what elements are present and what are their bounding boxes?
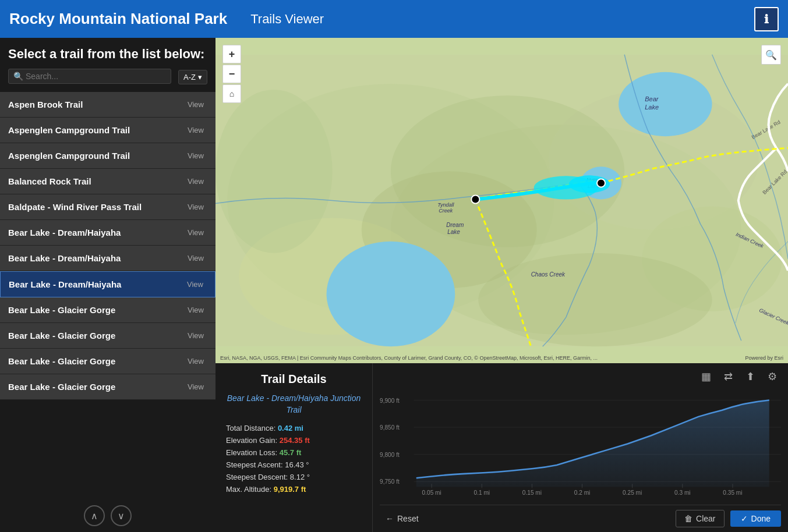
trail-item-name: Aspen Brook Trail: [8, 100, 83, 109]
map-container[interactable]: Bear Lake Nymph Lake Dream Lake Chaos Cr…: [215, 38, 788, 363]
bar-chart-button[interactable]: ▦: [697, 368, 715, 385]
svg-point-28: [471, 195, 479, 203]
steepest-descent-value: 8.12 °: [290, 473, 310, 481]
settings-button[interactable]: ⚙: [764, 368, 781, 385]
nav-down-button[interactable]: ∨: [111, 505, 132, 526]
trail-list-item[interactable]: Bear Lake - Glacier GorgeView: [0, 297, 215, 323]
svg-point-16: [327, 242, 455, 347]
trail-list-item[interactable]: Bear Lake - Glacier GorgeView: [0, 323, 215, 349]
sort-button[interactable]: A-Z ▾: [178, 70, 207, 84]
trail-details-title: Trail Details: [226, 373, 362, 386]
trail-view-button[interactable]: View: [184, 227, 207, 238]
elevation-gain-value: 254.35 ft: [280, 436, 310, 445]
trash-icon: 🗑: [684, 514, 692, 523]
svg-point-29: [597, 179, 605, 187]
app-subtitle: Trails Viewer: [250, 12, 324, 27]
trail-list-item[interactable]: Baldpate - Wind River Pass TrailView: [0, 194, 215, 220]
trail-item-name: Bear Lake - Glacier Gorge: [8, 331, 115, 341]
steepest-ascent-label: Steepest Ascent:: [226, 460, 283, 469]
done-button[interactable]: ✓ Done: [730, 510, 781, 527]
trail-view-button[interactable]: View: [184, 253, 207, 264]
elevation-chart: ▦ ⇄ ⬆ ⚙ 9,900 ft: [373, 363, 788, 532]
trail-view-button[interactable]: View: [184, 304, 207, 315]
clear-label: Clear: [696, 514, 715, 523]
map-svg: Bear Lake Nymph Lake Dream Lake Chaos Cr…: [215, 38, 788, 363]
svg-text:0.35 mi: 0.35 mi: [723, 490, 742, 496]
svg-text:9,850 ft: 9,850 ft: [380, 424, 400, 431]
trail-view-button[interactable]: View: [183, 279, 207, 290]
search-row: 🔍: [8, 69, 171, 84]
map-background: Bear Lake Nymph Lake Dream Lake Chaos Cr…: [215, 38, 788, 363]
app-title: Rocky Mountain National Park: [9, 10, 227, 28]
swap-button[interactable]: ⇄: [719, 368, 737, 385]
trail-view-button[interactable]: View: [184, 99, 207, 110]
share-button[interactable]: ⬆: [741, 368, 759, 385]
svg-text:Dream: Dream: [446, 222, 464, 228]
trail-view-button[interactable]: View: [184, 176, 207, 187]
trail-view-button[interactable]: View: [184, 356, 207, 367]
reset-arrow-icon: ←: [386, 514, 394, 523]
trail-item-name: Balanced Rock Trail: [8, 176, 91, 186]
nav-up-button[interactable]: ∧: [84, 505, 105, 526]
trail-list-item[interactable]: Bear Lake - Glacier GorgeView: [0, 374, 215, 400]
svg-text:0.2 mi: 0.2 mi: [574, 490, 591, 496]
search-icon: 🔍: [13, 72, 23, 81]
svg-point-8: [478, 253, 712, 346]
zoom-in-button[interactable]: +: [222, 45, 241, 63]
trail-list-item[interactable]: Aspenglen Campground TrailView: [0, 143, 215, 169]
trail-view-button[interactable]: View: [184, 381, 207, 392]
trail-item-name: Bear Lake - Glacier Gorge: [8, 356, 115, 366]
swap-icon: ⇄: [724, 370, 733, 383]
share-icon: ⬆: [746, 370, 755, 383]
max-altitude-label: Max. Altitude:: [226, 485, 271, 494]
trail-list-item[interactable]: Aspen Brook TrailView: [0, 92, 215, 118]
trail-view-button[interactable]: View: [184, 330, 207, 341]
trail-list-item[interactable]: Aspenglen Campground TrailView: [0, 118, 215, 143]
trail-view-button[interactable]: View: [184, 201, 207, 212]
right-panel: Bear Lake Nymph Lake Dream Lake Chaos Cr…: [215, 38, 788, 532]
clear-button[interactable]: 🗑 Clear: [676, 510, 724, 527]
trail-view-button[interactable]: View: [184, 150, 207, 161]
trail-list-item[interactable]: Bear Lake - Dream/HaiyahaView: [0, 246, 215, 271]
map-controls: + − ⌂: [222, 45, 241, 103]
trail-details-panel: Trail Details Bear Lake - Dream/Haiyaha …: [215, 363, 373, 532]
trail-item-name: Bear Lake - Dream/Haiyaha: [8, 253, 121, 263]
trail-list-item[interactable]: Bear Lake - Dream/HaiyahaView: [0, 271, 215, 297]
sidebar: Select a trail from the list below: 🔍 A-…: [0, 38, 215, 532]
sidebar-header: Select a trail from the list below: 🔍 A-…: [0, 38, 215, 92]
trail-full-name: Bear Lake - Dream/Haiyaha Junction Trail: [226, 393, 362, 416]
svg-text:0.3 mi: 0.3 mi: [674, 490, 691, 496]
zoom-out-button[interactable]: −: [222, 65, 241, 83]
svg-point-9: [215, 90, 333, 253]
check-icon: ✓: [741, 514, 748, 523]
trail-list-item[interactable]: Bear Lake - Glacier GorgeView: [0, 349, 215, 374]
trail-view-button[interactable]: View: [184, 125, 207, 136]
bar-chart-icon: ▦: [701, 370, 711, 383]
trail-list-item[interactable]: Balanced Rock TrailView: [0, 169, 215, 194]
trail-item-name: Aspenglen Campground Trail: [8, 151, 130, 161]
steepest-descent-label: Steepest Descent:: [226, 473, 288, 481]
svg-text:Bear: Bear: [645, 95, 659, 102]
trail-item-name: Baldpate - Wind River Pass Trail: [8, 202, 142, 212]
search-input[interactable]: [26, 72, 166, 81]
bottom-panel: Trail Details Bear Lake - Dream/Haiyaha …: [215, 363, 788, 532]
elevation-gain-row: Elevation Gain: 254.35 ft: [226, 436, 362, 445]
sort-label: A-Z: [183, 73, 196, 81]
map-search-button[interactable]: 🔍: [761, 45, 781, 65]
trail-item-name: Bear Lake - Dream/Haiyaha: [9, 279, 121, 289]
max-altitude-value: 9,919.7 ft: [274, 485, 306, 494]
info-button[interactable]: ℹ: [754, 7, 779, 31]
map-powered-by: Powered by Esri: [745, 355, 783, 361]
svg-text:Lake: Lake: [645, 104, 659, 111]
svg-text:Creek: Creek: [439, 208, 453, 214]
elevation-loss-label: Elevation Loss:: [226, 448, 277, 457]
sort-chevron-icon: ▾: [198, 73, 202, 81]
home-button[interactable]: ⌂: [222, 84, 241, 103]
trail-item-name: Bear Lake - Glacier Gorge: [8, 305, 115, 315]
sidebar-footer: ∧ ∨: [0, 499, 215, 532]
elevation-gain-label: Elevation Gain:: [226, 436, 277, 445]
svg-text:0.05 mi: 0.05 mi: [422, 490, 441, 496]
steepest-ascent-row: Steepest Ascent: 16.43 °: [226, 460, 362, 469]
reset-button[interactable]: ← Reset: [380, 510, 425, 527]
trail-list-item[interactable]: Bear Lake - Dream/HaiyahaView: [0, 220, 215, 246]
